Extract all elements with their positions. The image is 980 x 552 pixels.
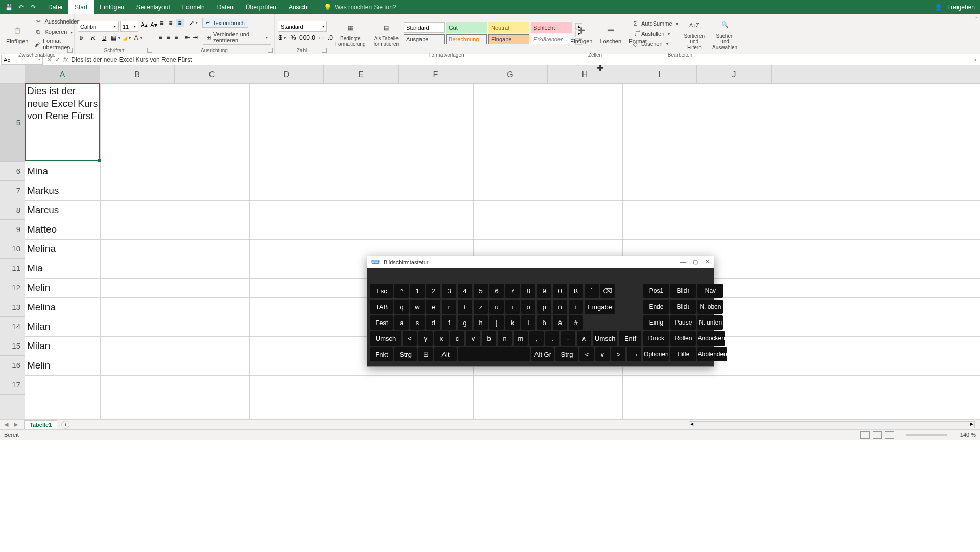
osk-nav-key[interactable]: Nav: [697, 284, 723, 298]
osk-key[interactable]: ∨: [595, 347, 610, 361]
row-header[interactable]: 6: [0, 162, 25, 181]
column-header[interactable]: F: [399, 65, 473, 83]
osk-key[interactable]: Alt: [434, 347, 457, 361]
osk-key[interactable]: ∧: [577, 331, 591, 346]
osk-key[interactable]: 4: [458, 284, 472, 298]
osk-nav-key[interactable]: Rollen: [670, 331, 696, 346]
osk-key[interactable]: a: [394, 315, 409, 330]
osk-nav-key[interactable]: Einfg: [643, 315, 669, 330]
row-headers[interactable]: 567891011121314151617: [0, 84, 25, 419]
align-center-icon[interactable]: ≡: [165, 33, 172, 41]
osk-key[interactable]: 9: [537, 284, 551, 298]
osk-key[interactable]: ä: [553, 315, 567, 330]
row-header[interactable]: 11: [0, 259, 25, 278]
osk-key[interactable]: g: [458, 315, 472, 330]
align-left-icon[interactable]: ≡: [157, 33, 164, 41]
column-header[interactable]: B: [100, 65, 175, 83]
osk-key[interactable]: 7: [505, 284, 520, 298]
osk-key[interactable]: -: [561, 331, 575, 346]
osk-key[interactable]: l: [521, 315, 535, 330]
osk-key[interactable]: <: [579, 347, 594, 361]
font-name-select[interactable]: Calibri▾: [78, 21, 119, 32]
underline-button[interactable]: U: [100, 34, 108, 42]
osk-nav-key[interactable]: Druck: [643, 331, 669, 346]
osk-key[interactable]: ö: [537, 315, 551, 330]
osk-nav-key[interactable]: Pause: [670, 315, 696, 330]
ribbon-tab-seitenlayout[interactable]: Seitenlayout: [130, 0, 176, 14]
osk-key[interactable]: .: [545, 331, 559, 346]
cell[interactable]: Markus: [25, 181, 100, 200]
osk-key[interactable]: s: [410, 315, 425, 330]
page-break-view-button[interactable]: [885, 431, 894, 439]
row-header[interactable]: 16: [0, 356, 25, 375]
osk-key[interactable]: #: [569, 315, 583, 330]
osk-key[interactable]: ⊞: [418, 347, 433, 361]
increase-font-icon[interactable]: A▴: [140, 21, 148, 29]
osk-nav-key[interactable]: Ende: [643, 300, 669, 314]
osk-key[interactable]: o: [521, 300, 535, 314]
undo-icon[interactable]: ↶: [16, 3, 26, 12]
ribbon-tab-einfügen[interactable]: Einfügen: [94, 0, 130, 14]
cell[interactable]: Matteo: [25, 220, 100, 239]
ribbon-tab-daten[interactable]: Daten: [211, 0, 240, 14]
align-top-icon[interactable]: ≡: [157, 19, 166, 27]
osk-key[interactable]: h: [474, 315, 488, 330]
osk-key[interactable]: j: [489, 315, 504, 330]
osk-key[interactable]: Alt Gr: [531, 347, 554, 361]
minimize-icon[interactable]: —: [680, 259, 686, 265]
dialog-launcher-icon[interactable]: [67, 48, 73, 53]
osk-key[interactable]: c: [450, 331, 464, 346]
osk-key[interactable]: 5: [474, 284, 488, 298]
osk-key[interactable]: 8: [521, 284, 535, 298]
cells-area[interactable]: Dies ist der neue Excel Kurs von Rene Fü…: [25, 84, 980, 419]
cell[interactable]: Mia: [25, 259, 100, 278]
osk-key[interactable]: Esc: [370, 284, 393, 298]
osk-key[interactable]: n: [498, 331, 512, 346]
page-layout-view-button[interactable]: [873, 431, 882, 439]
conditional-format-button[interactable]: ▦Bedingte Formatierung: [332, 15, 368, 52]
osk-key[interactable]: +: [569, 300, 583, 314]
dialog-launcher-icon[interactable]: [268, 48, 273, 53]
dialog-launcher-icon[interactable]: [147, 48, 152, 53]
sheet-nav-buttons[interactable]: ◀ ▶: [0, 421, 24, 428]
fill-button[interactable]: ↓Ausfüllen: [629, 29, 680, 38]
osk-key[interactable]: v: [466, 331, 480, 346]
osk-nav-key[interactable]: N. oben: [697, 300, 723, 314]
osk-titlebar[interactable]: ⌨ Bildschirmtastatur — ▢ ✕: [367, 256, 714, 268]
osk-key[interactable]: Umsch: [370, 331, 401, 346]
osk-key[interactable]: ^: [394, 284, 409, 298]
fill-color-button[interactable]: ◢: [123, 34, 131, 42]
osk-key[interactable]: d: [426, 315, 440, 330]
cell-style-option[interactable]: Neutral: [488, 22, 529, 33]
row-header[interactable]: 5: [0, 84, 25, 162]
osk-key[interactable]: p: [537, 300, 551, 314]
osk-key[interactable]: Umsch: [593, 331, 617, 346]
format-as-table-button[interactable]: ▤Als Tabelle formatieren: [370, 15, 402, 52]
osk-key[interactable]: w: [410, 300, 425, 314]
osk-key[interactable]: z: [474, 300, 488, 314]
cell-style-option[interactable]: Gut: [446, 22, 487, 33]
osk-nav-key[interactable]: Hilfe: [670, 347, 696, 361]
osk-key[interactable]: ▭: [627, 347, 641, 361]
wrap-text-button[interactable]: ↵Textumbruch: [202, 18, 248, 28]
align-right-icon[interactable]: ≡: [173, 33, 179, 41]
osk-key[interactable]: ,: [529, 331, 544, 346]
ribbon-tab-überprüfen[interactable]: Überprüfen: [240, 0, 283, 14]
sheet-tab[interactable]: Tabelle1: [24, 420, 57, 429]
add-sheet-button[interactable]: +: [61, 421, 69, 429]
close-icon[interactable]: ✕: [705, 259, 710, 265]
osk-key[interactable]: b: [482, 331, 496, 346]
osk-key[interactable]: <: [403, 331, 417, 346]
percent-format-icon[interactable]: %: [289, 34, 297, 42]
osk-key[interactable]: Fnkt: [370, 347, 393, 361]
osk-key[interactable]: f: [442, 315, 456, 330]
cell[interactable]: Melina: [25, 297, 100, 317]
sort-filter-button[interactable]: A↓ZSortieren und Filtern: [681, 15, 708, 52]
zoom-out-button[interactable]: −: [897, 432, 900, 438]
osk-key[interactable]: 0: [553, 284, 567, 298]
insert-cells-button[interactable]: ➕Einfügen: [567, 15, 595, 52]
zoom-slider[interactable]: [906, 434, 947, 436]
column-header[interactable]: E: [324, 65, 399, 83]
number-format-select[interactable]: Standard▾: [278, 21, 327, 32]
cell[interactable]: Milan: [25, 317, 100, 336]
